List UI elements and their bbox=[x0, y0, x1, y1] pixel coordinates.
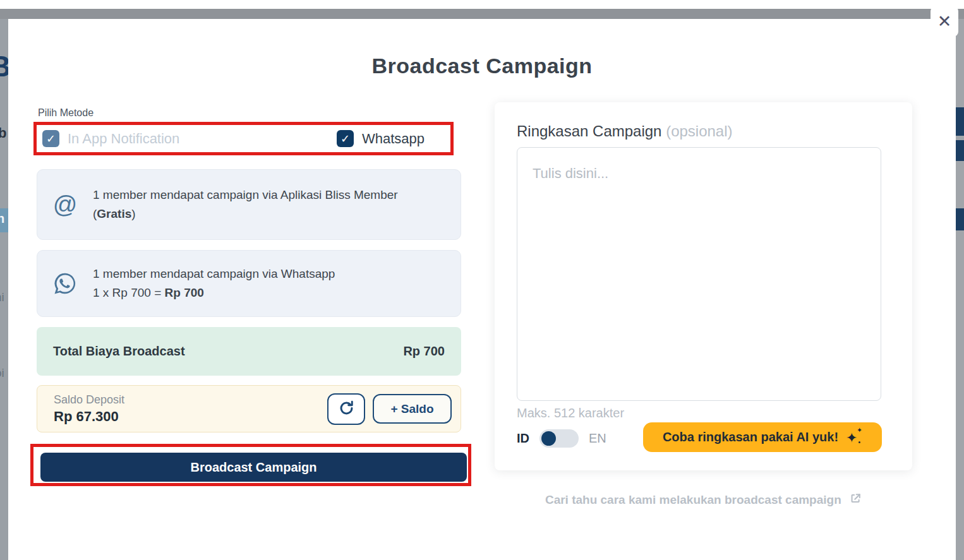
in-app-notification-option[interactable]: ✓ In App Notification bbox=[42, 130, 337, 147]
whatsapp-cost-line2: 1 x Rp 700 = Rp 700 bbox=[93, 283, 335, 302]
saldo-texts: Saldo Deposit Rp 67.300 bbox=[54, 393, 327, 425]
summary-textarea[interactable] bbox=[517, 147, 881, 401]
language-toggle[interactable] bbox=[539, 429, 579, 448]
total-cost-value: Rp 700 bbox=[403, 344, 445, 359]
backdrop-text-fragment: oi bbox=[0, 366, 4, 380]
method-section-label: Pilih Metode bbox=[38, 107, 93, 119]
in-app-cost-line1: 1 member mendapat campaign via Aplikasi … bbox=[93, 186, 398, 205]
total-cost-box: Total Biaya Broadcast Rp 700 bbox=[37, 327, 461, 376]
close-icon: ✕ bbox=[937, 13, 952, 30]
refresh-saldo-button[interactable] bbox=[327, 393, 365, 425]
whatsapp-icon bbox=[37, 271, 93, 296]
backdrop-nav-fragment bbox=[956, 107, 964, 136]
ai-summary-button[interactable]: Coba ringkasan pakai AI yuk! ✦✦ bbox=[643, 422, 882, 452]
saldo-deposit-label: Saldo Deposit bbox=[54, 393, 327, 407]
ai-summary-button-label: Coba ringkasan pakai AI yuk! bbox=[663, 430, 838, 444]
external-link-icon bbox=[850, 492, 862, 508]
at-sign-icon: @ bbox=[37, 191, 93, 218]
in-app-notification-label: In App Notification bbox=[68, 131, 179, 147]
whatsapp-cost-text: 1 member mendapat campaign via Whatsapp … bbox=[93, 265, 335, 302]
language-id-label: ID bbox=[517, 431, 529, 446]
modal-title: Broadcast Campaign bbox=[8, 54, 956, 78]
backdrop-top-strip bbox=[0, 0, 964, 9]
refresh-icon bbox=[338, 400, 355, 419]
backdrop-text-fragment: b bbox=[0, 125, 6, 141]
whatsapp-cost-info-box: 1 member mendapat campaign via Whatsapp … bbox=[37, 250, 461, 317]
language-en-label: EN bbox=[589, 431, 606, 446]
toggle-knob bbox=[541, 431, 556, 446]
check-icon: ✓ bbox=[46, 133, 56, 145]
in-app-cost-text: 1 member mendapat campaign via Aplikasi … bbox=[93, 186, 398, 223]
backdrop-logo-fragment: B bbox=[0, 49, 8, 83]
broadcast-campaign-modal: Broadcast Campaign Pilih Metode ✓ In App… bbox=[8, 19, 956, 560]
in-app-cost-info-box: @ 1 member mendapat campaign via Aplikas… bbox=[37, 169, 461, 240]
backdrop-nav-fragment bbox=[956, 140, 964, 161]
max-characters-hint: Maks. 512 karakter bbox=[517, 406, 624, 420]
backdrop-highlight-fragment: n bbox=[0, 208, 8, 232]
campaign-summary-card: Ringkasan Campaign (opsional) Maks. 512 … bbox=[495, 102, 912, 470]
backdrop-text-fragment: hi bbox=[0, 290, 4, 304]
whatsapp-label: Whatsapp bbox=[362, 131, 425, 147]
check-icon: ✓ bbox=[340, 133, 350, 145]
close-modal-button[interactable]: ✕ bbox=[931, 6, 958, 37]
add-saldo-button[interactable]: + Saldo bbox=[373, 394, 452, 424]
submit-highlight-frame: Broadcast Campaign bbox=[30, 444, 471, 486]
total-cost-label: Total Biaya Broadcast bbox=[53, 344, 185, 359]
add-saldo-label: + Saldo bbox=[390, 402, 433, 416]
backdrop-nav-fragment bbox=[956, 208, 964, 230]
summary-heading: Ringkasan Campaign (opsional) bbox=[517, 122, 733, 140]
backdrop-left-strip: B b n hi oi bbox=[0, 19, 8, 560]
summary-title: Ringkasan Campaign bbox=[517, 122, 661, 140]
broadcast-campaign-button-label: Broadcast Campaign bbox=[190, 460, 316, 475]
language-toggle-row: ID EN bbox=[517, 429, 606, 448]
broadcast-help-link[interactable]: Cari tahu cara kami melakukan broadcast … bbox=[495, 492, 912, 508]
saldo-deposit-box: Saldo Deposit Rp 67.300 + Saldo bbox=[37, 385, 461, 432]
in-app-notification-checkbox[interactable]: ✓ bbox=[42, 130, 59, 147]
broadcast-help-link-label: Cari tahu cara kami melakukan broadcast … bbox=[545, 493, 841, 506]
backdrop-page-header bbox=[0, 9, 964, 19]
whatsapp-checkbox[interactable]: ✓ bbox=[337, 130, 354, 147]
whatsapp-option[interactable]: ✓ Whatsapp bbox=[337, 130, 425, 147]
method-highlight-frame: ✓ In App Notification ✓ Whatsapp bbox=[33, 122, 454, 155]
broadcast-campaign-button[interactable]: Broadcast Campaign bbox=[40, 453, 467, 482]
method-checkbox-row: ✓ In App Notification ✓ Whatsapp bbox=[37, 125, 450, 152]
backdrop-text-fragment: n bbox=[0, 211, 4, 226]
in-app-cost-line2: (Gratis) bbox=[93, 205, 398, 223]
whatsapp-cost-line1: 1 member mendapat campaign via Whatsapp bbox=[93, 265, 335, 283]
backdrop-right-strip bbox=[956, 19, 964, 560]
saldo-deposit-value: Rp 67.300 bbox=[54, 408, 327, 425]
sparkle-icon: ✦✦ bbox=[846, 429, 862, 446]
